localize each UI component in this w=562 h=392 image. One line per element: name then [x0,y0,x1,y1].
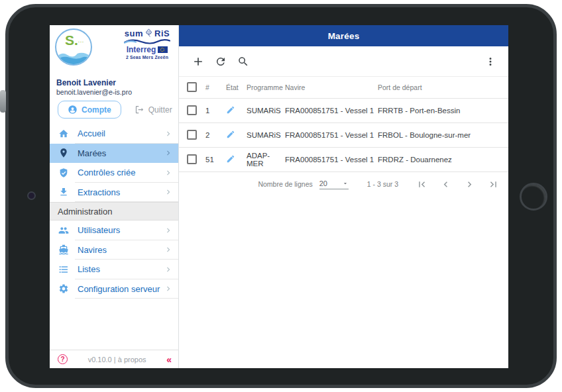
sidebar-item-configuration-serveur[interactable]: Configuration serveur [50,279,178,299]
table-row[interactable]: 51 ADAP-MER FRA000851751 - Vessel 1 FRDR… [179,148,508,172]
chevron-right-icon [164,129,173,138]
interreg-subtitle: 2 Seas Mers Zeeën [121,55,173,60]
sidebar-section-administration: Administration [50,202,178,220]
table-body: 1 SUMARiS FRA000851751 - Vessel 1 FRRTB … [179,99,508,172]
table-row[interactable]: 1 SUMARiS FRA000851751 - Vessel 1 FRRTB … [179,99,508,123]
column-header-programme[interactable]: Programme [247,83,285,91]
sumaris-word-right: RiS [154,28,170,38]
chevron-right-icon [164,226,173,235]
refresh-icon [215,56,227,68]
app-version[interactable]: v0.10.0 | à propos [68,356,166,364]
account-button[interactable]: Compte [58,101,121,119]
sidebar-footer: ? v0.10.0 | à propos « [50,350,178,368]
more-vert-icon [484,56,496,68]
table-row[interactable]: 2 SUMARiS FRA000851751 - Vessel 1 FRBOL … [179,123,508,148]
row-port: FRBOL - Boulogne-sur-mer [378,131,508,139]
refresh-button[interactable] [212,53,229,70]
table-header-row: # État Programme Navire Port de départ [179,77,508,99]
user-name: Benoit Lavenier [50,74,178,87]
eis-logo: S. [55,28,92,66]
chevron-right-icon [164,187,173,197]
column-header-port[interactable]: Port de départ [378,83,508,91]
column-header-etat[interactable]: État [226,83,247,91]
gear-icon [58,283,69,294]
row-checkbox[interactable] [187,154,197,164]
first-page-icon [416,179,427,190]
help-icon[interactable]: ? [58,354,68,364]
column-header-num[interactable]: # [205,83,226,91]
sumaris-word-left: sum [125,28,143,38]
eis-logo-text: S. [65,32,78,48]
search-icon [237,56,249,68]
search-button[interactable] [235,53,252,70]
plus-icon [192,55,205,68]
location-pin-icon [58,148,69,158]
download-icon [58,187,69,197]
sidebar: S. sum RiS [50,25,179,368]
row-port: FRRTB - Port-en-Bessin [378,107,508,115]
chevron-left-icon [440,179,451,190]
users-icon [58,225,69,236]
main-content: Marées # État [179,25,508,368]
last-page-icon [488,179,499,190]
logout-button[interactable]: Quitter [131,104,176,115]
chevron-right-icon [164,265,173,274]
row-programme: SUMARiS [247,131,285,139]
row-status [226,130,247,140]
options-menu-button[interactable] [482,53,499,70]
row-checkbox[interactable] [187,130,197,140]
home-icon [58,128,69,139]
select-all-checkbox[interactable] [187,82,197,92]
tablet-home-button[interactable] [520,183,547,211]
app-screen: S. sum RiS [50,25,508,368]
logout-icon [135,105,144,115]
rows-per-page-select[interactable]: 20 [319,179,349,189]
collapse-sidebar-button[interactable]: « [166,355,172,364]
row-checkbox[interactable] [187,105,197,115]
sidebar-menu: Accueil Marées Contrôles criée Extractio… [50,124,178,202]
chevron-right-icon [164,148,173,158]
row-port: FRDRZ - Douarnenez [378,156,508,164]
row-navire: FRA000851751 - Vessel 1 [285,156,378,164]
sidebar-item-controles-criee[interactable]: Contrôles criée [50,163,178,183]
page-title: Marées [328,31,360,41]
edit-icon [226,105,235,115]
brand-area: S. sum RiS [50,25,178,74]
page-range-label: 1 - 3 sur 3 [367,180,398,188]
sidebar-item-marees[interactable]: Marées [50,144,178,164]
interreg-label: Interreg [127,45,156,54]
sumaris-logo: sum RiS Interreg [121,28,173,60]
eu-flag-icon [158,46,168,53]
row-status [226,154,247,165]
column-header-navire[interactable]: Navire [285,83,378,91]
edit-icon [226,154,235,164]
chevron-right-icon [464,179,475,190]
previous-page-button[interactable] [439,178,451,190]
first-page-button[interactable] [416,178,427,190]
next-page-button[interactable] [463,178,475,190]
chevron-right-icon [164,284,173,293]
last-page-button[interactable] [487,178,499,190]
chevron-right-icon [164,168,173,177]
row-number: 51 [205,156,226,164]
sidebar-item-navires[interactable]: Navires [50,240,178,260]
wave-line-graphic [124,38,170,44]
row-navire: FRA000851751 - Vessel 1 [285,131,378,139]
paginator: Nombre de lignes 20 1 - 3 sur 3 [179,172,508,196]
person-circle-icon [68,105,78,115]
row-number: 2 [205,131,226,139]
add-button[interactable] [190,53,207,70]
sidebar-item-accueil[interactable]: Accueil [50,124,178,144]
user-email: benoit.lavenier@e-is.pro [50,87,178,96]
sidebar-item-listes[interactable]: Listes [50,260,178,279]
page-titlebar: Marées [179,25,508,46]
sidebar-item-utilisateurs[interactable]: Utilisateurs [50,220,178,240]
dropdown-caret-icon [342,180,349,187]
water-wave-graphic [56,48,91,64]
chevron-right-icon [164,245,173,254]
boat-icon [58,244,69,255]
tablet-side-button [0,90,6,113]
sidebar-item-extractions[interactable]: Extractions [50,183,178,203]
toolbar [179,46,508,77]
list-icon [58,264,69,275]
